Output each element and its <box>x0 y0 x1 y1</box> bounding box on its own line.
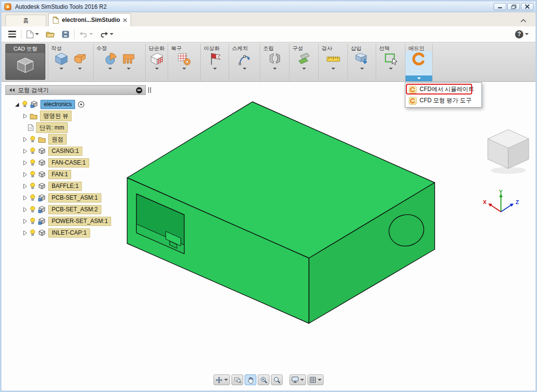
visibility-bulb-icon[interactable] <box>30 206 36 213</box>
chevron-down-icon[interactable] <box>35 33 39 35</box>
expand-arrow-icon[interactable] <box>23 113 27 119</box>
tree-item-label[interactable]: PCB-SET_ASM:2 <box>48 205 101 214</box>
tree-item-origin[interactable]: 원점 <box>1 133 67 145</box>
tree-item-power-set-asm[interactable]: POWER-SET_ASM:1 <box>1 215 111 227</box>
expand-arrow-icon[interactable] <box>23 230 27 236</box>
chevron-down-icon[interactable] <box>59 68 63 70</box>
sketch-button[interactable] <box>237 52 252 70</box>
collapse-panel-icon[interactable] <box>9 88 15 93</box>
open-button[interactable] <box>44 29 57 39</box>
tab-home[interactable]: 홈 <box>5 15 46 26</box>
chevron-down-icon[interactable] <box>389 68 393 70</box>
minimize-button[interactable] <box>494 3 506 10</box>
chevron-down-icon[interactable] <box>331 68 335 70</box>
visibility-bulb-icon[interactable] <box>30 171 36 178</box>
chevron-down-icon[interactable] <box>78 68 82 70</box>
idealize-button[interactable] <box>208 52 222 70</box>
browser-minimize-icon[interactable] <box>136 87 142 93</box>
dof-indicator-icon[interactable] <box>77 101 85 108</box>
cad-model-panel[interactable]: CAD 모형 <box>5 44 45 80</box>
tree-item-pcb-set-asm-1[interactable]: PCB-SET_ASM:1 <box>1 192 101 204</box>
restore-button[interactable] <box>507 3 520 10</box>
tree-item-label[interactable]: PCB-SET_ASM:1 <box>48 193 101 203</box>
visibility-bulb-icon[interactable] <box>22 101 28 108</box>
chevron-down-icon[interactable] <box>213 68 217 70</box>
chevron-down-icon[interactable] <box>224 379 228 381</box>
create-solid-button[interactable] <box>73 52 87 70</box>
expand-arrow-icon[interactable] <box>23 184 27 189</box>
redo-button[interactable] <box>98 30 115 39</box>
tree-item-label[interactable]: BAFFLE:1 <box>48 182 82 191</box>
cfd-addin-button[interactable] <box>412 52 426 66</box>
pan-hand-button[interactable] <box>245 374 256 385</box>
expand-arrow-icon[interactable] <box>23 195 27 201</box>
tree-item-label[interactable]: 명명된 뷰 <box>40 111 72 121</box>
chevron-down-icon[interactable] <box>318 379 322 381</box>
visibility-bulb-icon[interactable] <box>30 218 36 224</box>
save-button[interactable] <box>60 29 71 39</box>
tab-document[interactable]: electroni...SimStudio <box>48 13 131 26</box>
model-browser-header[interactable]: 모형 검색기 <box>5 85 146 95</box>
visibility-bulb-icon[interactable] <box>30 148 36 154</box>
measure-button[interactable] <box>326 52 341 70</box>
tree-item-label[interactable]: CASING:1 <box>48 147 82 156</box>
chevron-down-icon[interactable] <box>300 379 304 381</box>
chevron-down-icon[interactable] <box>302 68 306 70</box>
tree-item-baffle[interactable]: BAFFLE:1 <box>1 180 82 192</box>
app-menu-button[interactable] <box>6 29 18 39</box>
assemble-button[interactable] <box>268 52 282 70</box>
tree-item-units[interactable]: 단위: mm <box>1 122 68 133</box>
chevron-down-icon[interactable] <box>360 68 364 70</box>
menu-item-simulate-in-cfd[interactable]: CFD에서 시뮬레이트 <box>406 84 480 95</box>
zoom-fit-button[interactable] <box>231 374 243 385</box>
insert-button[interactable] <box>355 52 369 70</box>
tree-item-label[interactable]: electronics <box>40 100 75 109</box>
close-button[interactable] <box>521 3 534 10</box>
chevron-down-icon[interactable] <box>110 33 114 35</box>
tree-item-inlet-cap[interactable]: INLET-CAP:1 <box>1 227 90 239</box>
create-box-button[interactable] <box>54 52 69 70</box>
chevron-down-icon[interactable] <box>108 68 112 70</box>
expand-open-icon[interactable] <box>14 102 19 107</box>
tree-item-fan-case[interactable]: FAN-CASE:1 <box>1 157 89 168</box>
tree-item-label[interactable]: INLET-CAP:1 <box>48 228 90 238</box>
repair-button[interactable] <box>177 52 192 70</box>
tree-item-label[interactable]: FAN-CASE:1 <box>48 158 89 168</box>
tree-item-electronics[interactable]: electronics <box>1 98 85 110</box>
press-pull-button[interactable] <box>103 52 117 70</box>
expand-arrow-icon[interactable] <box>23 149 27 154</box>
tree-item-fan[interactable]: FAN:1 <box>1 168 71 180</box>
visibility-bulb-icon[interactable] <box>30 159 36 166</box>
browser-grip[interactable] <box>148 85 152 95</box>
menu-item-cfd-model-assessment[interactable]: CFD 모형 평가 도구 <box>406 95 480 106</box>
tree-item-label[interactable]: FAN:1 <box>48 170 71 179</box>
orbit-pan-button[interactable] <box>213 374 230 385</box>
chevron-down-icon[interactable] <box>525 33 529 35</box>
expand-arrow-icon[interactable] <box>23 137 27 142</box>
addin-open-indicator[interactable] <box>405 75 432 81</box>
construct-plane-button[interactable] <box>297 52 311 70</box>
simplify-button[interactable] <box>150 52 164 70</box>
tab-close-icon[interactable] <box>123 18 127 22</box>
chevron-down-icon[interactable] <box>243 68 247 70</box>
help-button[interactable]: ? <box>513 29 531 40</box>
chevron-down-icon[interactable] <box>155 68 159 70</box>
new-document-button[interactable] <box>24 29 41 40</box>
visibility-bulb-icon[interactable] <box>30 229 36 236</box>
expand-arrow-icon[interactable] <box>23 219 27 224</box>
zoom-button[interactable] <box>258 374 269 385</box>
display-style-button[interactable] <box>289 374 306 385</box>
select-button[interactable] <box>384 52 398 70</box>
expand-arrow-icon[interactable] <box>23 172 27 177</box>
chevron-down-icon[interactable] <box>273 68 277 70</box>
expand-arrow-icon[interactable] <box>23 207 27 212</box>
chevron-down-icon[interactable] <box>127 68 131 70</box>
grid-button[interactable] <box>307 374 324 385</box>
chevron-down-icon[interactable] <box>182 68 186 70</box>
tree-item-label[interactable]: POWER-SET_ASM:1 <box>48 217 111 226</box>
viewcube[interactable] <box>481 125 535 178</box>
tree-item-label[interactable]: 원점 <box>48 134 67 145</box>
tree-item-named-views[interactable]: 명명된 뷰 <box>1 110 72 122</box>
visibility-bulb-icon[interactable] <box>30 136 36 143</box>
expand-arrow-icon[interactable] <box>23 160 27 166</box>
